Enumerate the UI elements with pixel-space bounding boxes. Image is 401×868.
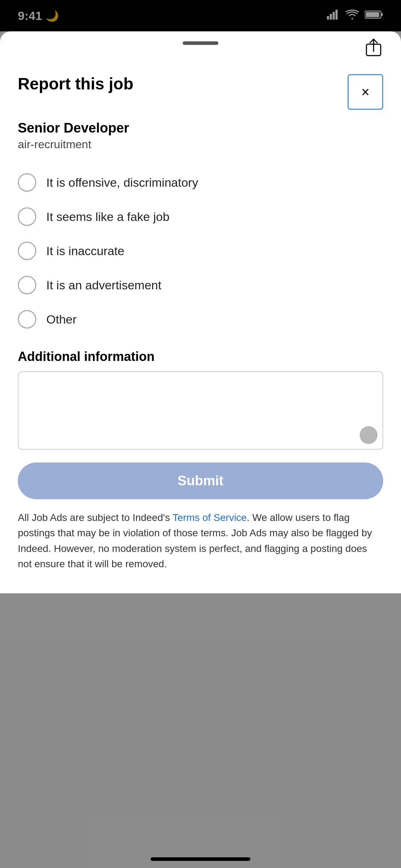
radio-circle-4[interactable] [18,276,36,294]
radio-option-3[interactable]: It is inaccurate [18,234,383,268]
home-indicator [151,857,250,861]
textarea-resize-handle[interactable] [360,426,377,444]
radio-circle-2[interactable] [18,207,36,226]
report-reasons-group: It is offensive, discriminatory It seems… [18,165,383,336]
radio-label-2: It seems like a fake job [46,210,170,224]
radio-label-1: It is offensive, discriminatory [46,176,198,190]
modal-title: Report this job [18,74,134,93]
modal-sheet: Report this job × Senior Developer air-r… [0,60,401,593]
radio-option-2[interactable]: It seems like a fake job [18,200,383,234]
disclaimer-prefix: All Job Ads are subject to Indeed's [18,512,172,523]
additional-info-box[interactable] [18,371,383,450]
radio-circle-1[interactable] [18,173,36,192]
radio-option-5[interactable]: Other [18,302,383,336]
additional-info-label: Additional information [18,349,383,364]
job-info: Senior Developer air-recruitment [18,120,383,151]
radio-option-1[interactable]: It is offensive, discriminatory [18,165,383,200]
radio-circle-5[interactable] [18,310,36,329]
radio-label-4: It is an advertisement [46,278,161,292]
modal-job-title: Senior Developer [18,120,383,136]
submit-button[interactable]: Submit [18,463,383,499]
drag-handle-pill [183,41,218,45]
sheet-handle-bar [0,31,401,60]
tos-link[interactable]: Terms of Service [172,512,247,523]
radio-label-3: It is inaccurate [46,244,124,258]
radio-label-5: Other [46,312,77,326]
modal-header: Report this job × [18,74,383,110]
disclaimer-text: All Job Ads are subject to Indeed's Term… [18,510,383,572]
radio-option-4[interactable]: It is an advertisement [18,268,383,302]
close-button[interactable]: × [348,74,383,110]
share-button[interactable] [364,38,383,57]
radio-circle-3[interactable] [18,242,36,260]
modal-company-name: air-recruitment [18,138,383,151]
additional-info-textarea[interactable] [19,372,382,449]
